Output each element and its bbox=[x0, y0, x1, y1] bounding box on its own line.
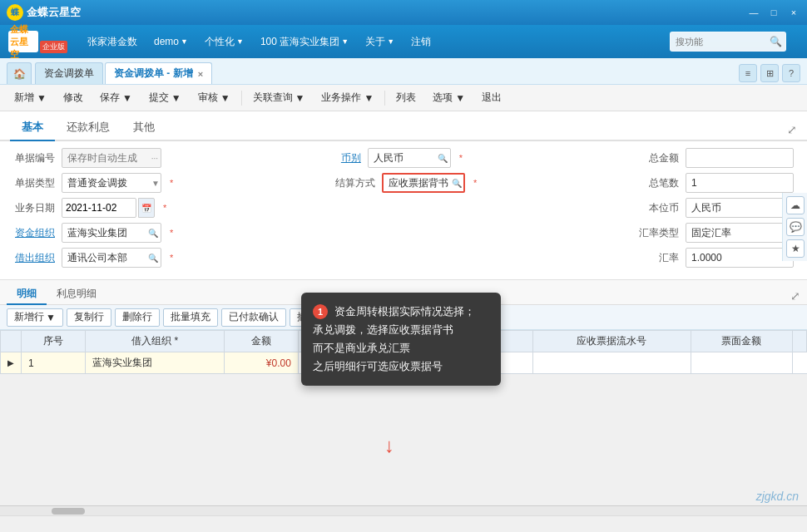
form-row-2: 单据类型 普通资金调拨 ▼ * 结算方式 应收票据背书 🔍 * 总笔数 1 bbox=[13, 173, 794, 193]
submit-button[interactable]: 提交 ▼ bbox=[141, 88, 189, 108]
biz-date-field: 📅 bbox=[62, 198, 155, 218]
bill-number-input[interactable] bbox=[62, 148, 161, 168]
fund-group-search[interactable]: 🔍 bbox=[148, 229, 158, 238]
fund-group-label[interactable]: 资金组织 bbox=[13, 226, 55, 240]
currency-required: * bbox=[459, 153, 463, 163]
dropdown-arrow: ▼ bbox=[364, 92, 374, 104]
sub-tab-repayment[interactable]: 还款利息 bbox=[55, 115, 121, 141]
star-icon[interactable]: ★ bbox=[786, 239, 805, 258]
lend-group-search[interactable]: 🔍 bbox=[148, 254, 158, 263]
message-icon[interactable]: 💬 bbox=[786, 218, 805, 236]
biz-date-required: * bbox=[163, 203, 166, 213]
window-controls: — □ × bbox=[747, 6, 800, 19]
save-button[interactable]: 保存 ▼ bbox=[92, 88, 140, 108]
add-row-button[interactable]: 新增行 ▼ bbox=[7, 308, 63, 327]
lend-group-label[interactable]: 借出组织 bbox=[13, 251, 55, 265]
detail-tab-expand: ⤢ bbox=[790, 289, 800, 304]
scrollbar-thumb[interactable] bbox=[52, 508, 85, 515]
tab-icon-help[interactable]: ? bbox=[782, 64, 800, 82]
tab-icon-grid[interactable]: ⊞ bbox=[760, 64, 779, 82]
bill-type-label: 单据类型 bbox=[13, 176, 55, 190]
sub-tab-other[interactable]: 其他 bbox=[121, 115, 166, 141]
nav-item-company[interactable]: 100 蓝海实业集团 ▼ bbox=[255, 32, 354, 52]
exit-button[interactable]: 退出 bbox=[474, 88, 509, 108]
sub-tab-basic[interactable]: 基本 bbox=[10, 115, 55, 141]
bill-number-label: 单据编号 bbox=[13, 151, 55, 165]
payment-confirm-button[interactable]: 已付款确认 bbox=[221, 308, 286, 327]
main-content: 新增 ▼ 修改 保存 ▼ 提交 ▼ 审核 ▼ 关联查询 ▼ 业务操作 ▼ 列表 bbox=[0, 85, 807, 532]
app-title: 金蝶云星空 bbox=[27, 5, 81, 20]
search-input[interactable] bbox=[670, 32, 786, 52]
currency-label[interactable]: 币别 bbox=[336, 151, 361, 165]
lend-group-field: 通讯公司本部 🔍 bbox=[62, 248, 161, 268]
local-currency-label: 本位币 bbox=[637, 201, 679, 215]
tab-close-icon[interactable]: × bbox=[198, 69, 203, 79]
total-amount-input[interactable] bbox=[686, 148, 794, 168]
calendar-button[interactable]: 📅 bbox=[138, 198, 155, 218]
local-currency-value: 人民币 bbox=[686, 198, 794, 218]
detail-expand-icon[interactable]: ⤢ bbox=[790, 289, 800, 303]
exchange-type-value: 固定汇率 bbox=[686, 223, 794, 243]
bottom-bar bbox=[0, 515, 807, 532]
exchange-rate-label: 汇率 bbox=[637, 251, 679, 265]
biz-date-label: 业务日期 bbox=[13, 201, 55, 215]
copy-row-button[interactable]: 复制行 bbox=[67, 308, 111, 327]
expand-icon[interactable]: ⤢ bbox=[787, 123, 797, 136]
settle-required: * bbox=[473, 178, 477, 188]
fund-group-required: * bbox=[170, 228, 173, 238]
tab-fund-transfer-new[interactable]: 资金调拨单 - 新增 × bbox=[105, 62, 212, 84]
total-count-value: 1 bbox=[686, 173, 794, 193]
biz-date-input[interactable] bbox=[62, 198, 136, 218]
home-tab[interactable]: 🏠 bbox=[7, 62, 32, 84]
total-amount-label: 总金额 bbox=[637, 151, 679, 165]
nav-item-about[interactable]: 关于 ▼ bbox=[360, 32, 399, 52]
maximize-button[interactable]: □ bbox=[767, 6, 780, 19]
tab-fund-transfer[interactable]: 资金调拨单 bbox=[35, 62, 103, 84]
cell-amount[interactable]: ¥0.00 bbox=[225, 352, 298, 374]
cloud-icon[interactable]: ☁ bbox=[786, 196, 805, 214]
new-button[interactable]: 新增 ▼ bbox=[7, 88, 54, 108]
currency-search-icon[interactable]: 🔍 bbox=[438, 154, 448, 163]
title-bar: 蝶 金蝶云星空 — □ × bbox=[0, 0, 807, 25]
toolbar: 新增 ▼ 修改 保存 ▼ 提交 ▼ 审核 ▼ 关联查询 ▼ 业务操作 ▼ 列表 bbox=[0, 85, 807, 111]
options-button[interactable]: 选项 ▼ bbox=[425, 88, 473, 108]
delete-row-button[interactable]: 删除行 bbox=[115, 308, 160, 327]
cell-serial-no[interactable] bbox=[532, 352, 691, 374]
bill-type-required: * bbox=[170, 178, 173, 188]
related-query-button[interactable]: 关联查询 ▼ bbox=[245, 88, 313, 108]
sub-tabs: 基本 还款利息 其他 ⤢ bbox=[0, 111, 807, 141]
nav-item-personalize[interactable]: 个性化 ▼ bbox=[200, 32, 249, 52]
cell-face-amount[interactable] bbox=[691, 352, 792, 374]
tab-icon-settings[interactable]: ≡ bbox=[739, 64, 757, 82]
cell-org[interactable]: 蓝海实业集团 bbox=[86, 352, 225, 374]
tab-label: 资金调拨单 bbox=[44, 66, 94, 81]
close-button[interactable]: × bbox=[787, 6, 800, 19]
tooltip-popup: 1 资金周转根据实际情况选择； 承兑调拨，选择应收票据背书 而不是商业承兑汇票 … bbox=[301, 293, 501, 386]
currency-field: 人民币 🔍 bbox=[368, 148, 451, 168]
dropdown-arrow: ▼ bbox=[171, 92, 181, 104]
bill-type-dropdown[interactable]: ▼ bbox=[151, 179, 160, 188]
minimize-button[interactable]: — bbox=[747, 6, 760, 19]
form-row-4: 资金组织 蓝海实业集团 🔍 * 汇率类型 固定汇率 bbox=[13, 223, 794, 243]
detail-tab-detail[interactable]: 明细 bbox=[7, 283, 47, 305]
nav-search: 🔍 bbox=[670, 32, 799, 52]
nav-item-logout[interactable]: 注销 bbox=[406, 32, 436, 52]
nav-item-user[interactable]: 张家港金数 bbox=[82, 32, 142, 52]
row-indicator: ▶ bbox=[1, 352, 22, 374]
th-org: 借入组织 * bbox=[86, 331, 225, 352]
batch-fill-button[interactable]: 批量填充 bbox=[163, 308, 218, 327]
detail-tab-interest[interactable]: 利息明细 bbox=[47, 283, 106, 305]
watermark: zjgkd.cn bbox=[756, 490, 799, 503]
biz-operation-button[interactable]: 业务操作 ▼ bbox=[314, 88, 381, 108]
approve-button[interactable]: 审核 ▼ bbox=[191, 88, 238, 108]
list-button[interactable]: 列表 bbox=[389, 88, 423, 108]
bill-type-field: 普通资金调拨 ▼ bbox=[62, 173, 161, 193]
brand-badge: 企业版 bbox=[40, 41, 67, 53]
dropdown-arrow: ▼ bbox=[122, 92, 132, 104]
edit-button[interactable]: 修改 bbox=[56, 88, 91, 108]
nav-item-demo[interactable]: demo ▼ bbox=[149, 32, 193, 51]
settle-method-search[interactable]: 🔍 bbox=[452, 179, 462, 188]
tab-right-icons: ≡ ⊞ ? bbox=[739, 64, 800, 84]
th-scroll bbox=[793, 331, 807, 352]
horizontal-scrollbar[interactable] bbox=[0, 505, 807, 515]
